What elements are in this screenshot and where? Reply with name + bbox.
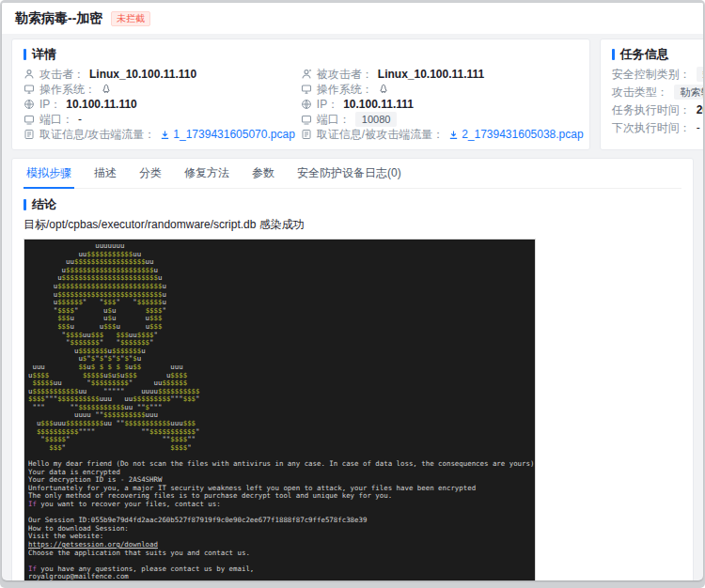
attack-type-chip: 勒索软件执行	[674, 85, 703, 100]
conclusion-title: 结论	[32, 196, 56, 213]
detail-panel-title: 详情	[32, 46, 56, 63]
attacker-person-icon	[24, 69, 35, 80]
attacker-pcap-row: 取证信息/攻击端流量 1_1739431605070.pcap	[24, 127, 301, 142]
victim-ip-row: IP 10.100.11.111	[301, 97, 578, 112]
attacker-os-row: 操作系统	[24, 82, 301, 97]
attack-type-row: 攻击类型 勒索软件执行	[612, 85, 703, 100]
victim-port-label: 端口	[317, 112, 351, 127]
task-panel-header: 任务信息	[612, 46, 703, 63]
section-accent-bar	[24, 49, 26, 60]
linux-penguin-icon	[378, 84, 389, 95]
attacker-ip-label: IP	[39, 97, 61, 112]
category-chip-endpoint: 端点安全	[697, 67, 703, 82]
next-exec-row: 下次执行时间 -	[612, 120, 703, 135]
section-accent-bar	[24, 199, 26, 210]
terminal-skull: uuuuuuu uu$$$$$$$$$$$uu uu$$$$$$$$$$$$$$…	[28, 242, 535, 452]
victim-label: 被攻击者	[317, 67, 373, 82]
result-panel: 模拟步骤 描述 分类 修复方法 参数 安全防护设备日志(0) 结论 目标/opt…	[11, 158, 694, 580]
terminal-note: Hello my dear friend (Do not scan the fi…	[28, 452, 535, 580]
page-header: 勒索病毒--加密 未拦截	[2, 3, 703, 34]
attacker-ip: 10.100.11.110	[66, 97, 136, 112]
victim-port-chip: 10080	[355, 112, 398, 127]
attacker-ip-row: IP 10.100.11.110	[24, 97, 301, 112]
tab-parameters[interactable]: 参数	[249, 159, 277, 189]
attacker-name-row: 攻击者 Linux_10.100.11.110	[24, 67, 301, 82]
victim-os-label: 操作系统	[317, 82, 373, 97]
port-monitor-icon	[24, 114, 35, 125]
detail-panel: 详情 攻击者 Linux_10.100.11.110	[11, 39, 590, 150]
detail-panel-header: 详情	[24, 46, 578, 63]
victim-ip-label: IP	[317, 97, 338, 112]
victim-person-icon	[301, 69, 312, 80]
exec-time-value: 2025-02-13 15:26 执行	[697, 102, 703, 117]
status-badge-not-blocked: 未拦截	[111, 11, 150, 26]
attacker-port: -	[78, 112, 82, 127]
globe-icon	[301, 99, 312, 110]
task-panel-title: 任务信息	[620, 46, 669, 63]
os-monitor-icon	[301, 84, 312, 95]
attacker-pcap-link[interactable]: 1_1739431605070.pcap	[160, 127, 294, 142]
victim-pcap-row: 取证信息/被攻击端流量 2_1739431605038.pcap	[301, 127, 578, 142]
exec-time-row: 任务执行时间 2025-02-13 15:26 执行	[612, 102, 703, 117]
victim-pcap-label: 取证信息/被攻击端流量	[317, 127, 444, 142]
attacker-port-row: 端口 -	[24, 112, 301, 127]
attacker-os-label: 操作系统	[39, 82, 96, 97]
tab-category[interactable]: 分类	[136, 159, 164, 189]
document-icon	[24, 129, 35, 140]
attacker-pcap-label: 取证信息/攻击端流量	[39, 127, 155, 142]
victim-port-row: 端口 10080	[301, 112, 578, 127]
task-info-panel: 任务信息 安全控制类别 端点安全 网络入侵检测 攻击类型 勒索软件执行 任务执行…	[600, 39, 703, 150]
victim-os-row: 操作系统	[301, 82, 578, 97]
security-category-row: 安全控制类别 端点安全 网络入侵检测	[612, 67, 703, 82]
tab-security-device-logs[interactable]: 安全防护设备日志(0)	[294, 159, 404, 189]
attacker-column: 攻击者 Linux_10.100.11.110 操作系统	[24, 67, 301, 142]
victim-ip: 10.100.11.111	[343, 97, 414, 112]
document-icon	[301, 129, 312, 140]
download-icon	[160, 130, 170, 140]
next-exec-value: -	[697, 120, 700, 135]
linux-penguin-icon	[101, 84, 112, 95]
conclusion-header: 结论	[24, 196, 682, 213]
section-accent-bar	[612, 49, 615, 60]
conclusion-text: 目标/opt/cpbas/executor/randomware/script.…	[24, 217, 682, 233]
tab-fix-method[interactable]: 修复方法	[181, 159, 232, 189]
victim-pcap-link[interactable]: 2_1739431605038.pcap	[448, 127, 583, 142]
attacker-name: Linux_10.100.11.110	[89, 67, 196, 82]
os-monitor-icon	[24, 84, 35, 95]
download-icon	[448, 130, 459, 140]
tab-simulation-steps[interactable]: 模拟步骤	[24, 159, 74, 189]
terminal-output: uuuuuuu uu$$$$$$$$$$$uu uu$$$$$$$$$$$$$$…	[24, 239, 536, 580]
attacker-label: 攻击者	[39, 67, 85, 82]
tab-description[interactable]: 描述	[91, 159, 119, 189]
page-content: 详情 攻击者 Linux_10.100.11.110	[2, 34, 703, 580]
app-window: 勒索病毒--加密 未拦截 详情	[2, 3, 703, 580]
tab-bar: 模拟步骤 描述 分类 修复方法 参数 安全防护设备日志(0)	[24, 159, 682, 189]
victim-name: Linux_10.100.11.111	[378, 67, 484, 82]
page-title: 勒索病毒--加密	[15, 10, 102, 27]
window-frame: 勒索病毒--加密 未拦截 详情	[0, 0, 705, 588]
attacker-port-label: 端口	[39, 112, 73, 127]
victim-column: 被攻击者 Linux_10.100.11.111 操作系统	[301, 67, 578, 142]
globe-icon	[24, 99, 35, 110]
victim-name-row: 被攻击者 Linux_10.100.11.111	[301, 67, 578, 82]
port-monitor-icon	[301, 114, 312, 125]
